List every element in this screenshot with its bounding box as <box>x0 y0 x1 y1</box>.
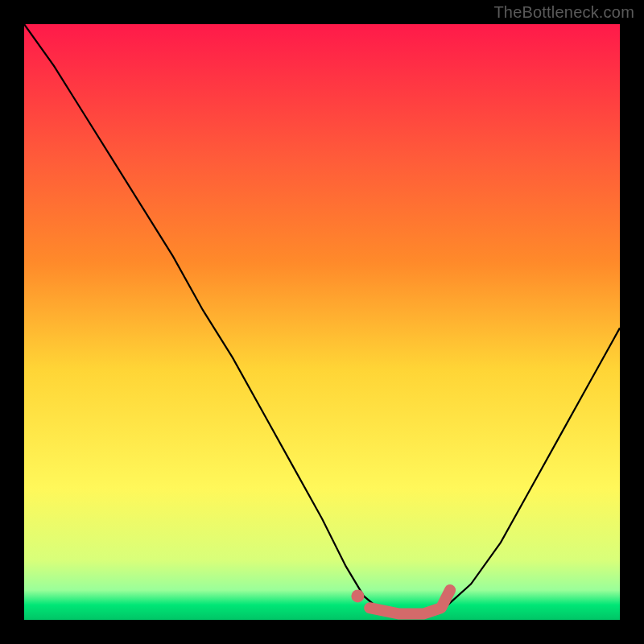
plot-area <box>24 24 620 620</box>
watermark-text: TheBottleneck.com <box>493 3 634 22</box>
chart-frame: TheBottleneck.com <box>0 0 644 644</box>
gradient-background <box>24 24 620 620</box>
chart-svg <box>24 24 620 620</box>
highlight-dot <box>351 589 364 602</box>
